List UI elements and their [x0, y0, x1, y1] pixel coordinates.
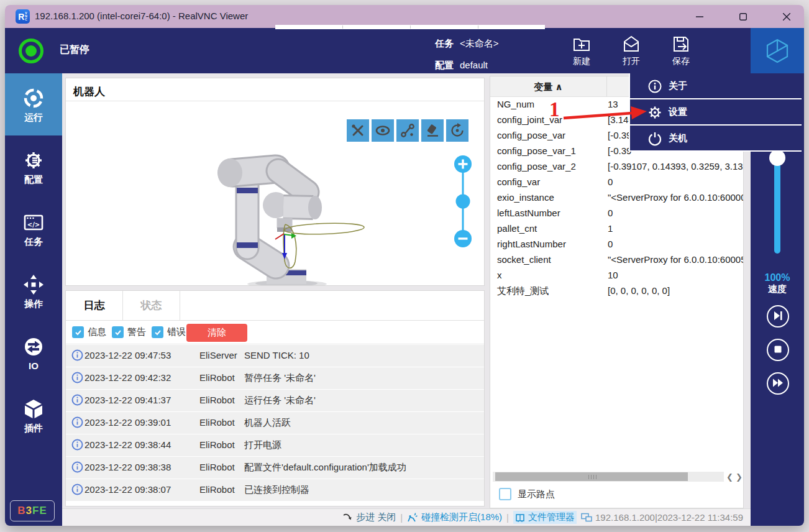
open-button[interactable]: 打开	[611, 33, 651, 70]
vnc-toolbar-strip[interactable]	[275, 25, 545, 29]
nav-item-io[interactable]: IO	[5, 322, 62, 384]
log-message: 配置文件'default.configuration'加载成功	[244, 462, 406, 474]
variable-row[interactable]: pallet_cnt 1	[490, 221, 743, 237]
filter-info[interactable]: 信息	[72, 326, 106, 338]
zoom-control	[450, 154, 476, 249]
nav-item-plugin[interactable]: 插件	[5, 384, 62, 446]
variable-name: config_pose_var_1	[497, 145, 576, 156]
clear-log-button[interactable]: 清除	[186, 324, 247, 342]
config-gear-icon	[22, 149, 45, 172]
log-entry[interactable]: 2023-12-22 09:38:38 EliRobot 配置文件'defaul…	[66, 457, 484, 479]
new-button[interactable]: 新建	[562, 33, 601, 70]
stop-button[interactable]	[767, 339, 789, 361]
tab-status[interactable]: 状态	[123, 291, 180, 321]
menu-item-settings[interactable]: 设置	[630, 99, 802, 126]
filter-warning[interactable]: 警告	[112, 326, 146, 338]
task-value: <未命名>	[460, 38, 499, 48]
checkbox-checked-icon[interactable]	[152, 326, 163, 338]
log-time: 2023-12-22 09:38:07	[85, 484, 171, 495]
variable-row[interactable]: config_var 0	[490, 175, 743, 190]
speed-slider[interactable]	[774, 155, 780, 254]
log-time: 2023-12-22 09:39:01	[85, 417, 171, 428]
scroll-right-button[interactable]: ❯	[736, 472, 743, 482]
task-code-icon: </>	[22, 211, 45, 234]
log-entry[interactable]: 2023-12-22 09:39:01 EliRobot 机器人活跃	[66, 412, 484, 434]
tools-button[interactable]	[347, 119, 369, 142]
nav-item-run[interactable]: 运行	[5, 73, 62, 135]
log-message: SEND TICK: 10	[244, 350, 309, 360]
log-entry[interactable]: 2023-12-22 09:38:07 EliRobot 已连接到控制器	[66, 479, 484, 501]
brand-logo[interactable]	[751, 28, 804, 73]
eraser-icon	[424, 122, 441, 139]
log-time: 2023-12-22 09:41:37	[85, 395, 171, 405]
log-source: EliRobot	[199, 417, 235, 428]
path-button[interactable]	[396, 119, 419, 142]
variable-row[interactable]: config_pose_var_2 [-0.39107, 0.14393, 0.…	[490, 159, 743, 175]
file-manager[interactable]: 文件管理器	[513, 511, 577, 524]
scroll-left-button[interactable]: ❮	[726, 472, 733, 482]
save-icon	[671, 34, 691, 54]
variable-row[interactable]: socket_client "<ServerProxy for 6.0.0.10…	[490, 252, 743, 268]
erase-button[interactable]	[421, 119, 444, 142]
annotation-arrow	[560, 103, 652, 127]
svg-text:</>: </>	[27, 221, 40, 228]
checkbox-checked-icon[interactable]	[72, 326, 84, 338]
variable-value: 0	[608, 239, 613, 249]
tools-icon	[349, 122, 367, 139]
info-icon	[647, 79, 662, 94]
network-icon	[581, 513, 592, 522]
menu-item-shutdown[interactable]: 关机	[630, 126, 802, 152]
fast-forward-button[interactable]	[767, 372, 789, 395]
log-entry[interactable]: 2023-12-22 09:42:32 EliRobot 暂停任务 '未命名'	[66, 367, 484, 389]
close-button[interactable]	[772, 5, 801, 28]
variable-value: 0	[608, 208, 613, 218]
annotation-number: 1	[549, 98, 560, 121]
log-list: 2023-12-22 09:47:53 EliServer SEND TICK:…	[66, 345, 484, 502]
info-circle-icon	[71, 439, 83, 452]
speed-slider-thumb[interactable]	[769, 150, 785, 166]
tab-log[interactable]: 日志	[66, 291, 123, 321]
minimize-button[interactable]	[685, 5, 714, 28]
maximize-button[interactable]	[729, 5, 757, 28]
step-icon	[342, 513, 353, 523]
variable-name: config_pose_var_2	[497, 161, 576, 172]
collision-detection[interactable]: 碰撞检测开启(18%)	[407, 511, 502, 523]
view-button[interactable]	[372, 119, 394, 142]
log-entry[interactable]: 2023-12-22 09:38:44 EliRobot 打开电源	[66, 434, 484, 456]
robot-status-icon[interactable]	[19, 39, 43, 63]
variable-name: config_pose_var	[497, 130, 565, 140]
log-source: EliRobot	[199, 395, 235, 405]
variable-row[interactable]: leftLastNumber 0	[490, 206, 743, 221]
horizontal-scrollbar[interactable]	[493, 472, 724, 482]
variable-value: [-0.39	[608, 130, 631, 140]
log-message: 打开电源	[244, 439, 281, 451]
nav-item-task[interactable]: </> 任务	[5, 198, 62, 260]
nav-item-operate[interactable]: 操作	[5, 260, 62, 322]
scrollbar-thumb[interactable]	[495, 472, 688, 481]
nav-item-config[interactable]: 配置	[5, 135, 62, 198]
log-entry[interactable]: 2023-12-22 09:41:37 EliRobot 运行任务 '未命名'	[66, 390, 484, 411]
file-manager-icon	[515, 513, 525, 523]
step-play-button[interactable]	[767, 305, 789, 328]
log-message: 暂停任务 '未命名'	[244, 372, 316, 384]
variable-value: [0, 0, 0, 0, 0, 0]	[608, 285, 670, 296]
variable-row[interactable]: x 10	[490, 268, 743, 283]
menu-item-about[interactable]: 关于	[630, 73, 802, 99]
variable-row[interactable]: exio_instance "<ServerProxy for 6.0.0.10…	[490, 190, 743, 206]
play-next-icon	[771, 309, 785, 323]
log-entry[interactable]: 2023-12-22 09:47:53 EliServer SEND TICK:…	[66, 345, 484, 367]
save-button[interactable]: 保存	[661, 33, 701, 70]
variable-name: rightLastNumber	[497, 239, 566, 249]
filter-error[interactable]: 错误	[152, 326, 186, 338]
app-toolbar: 已暂停 任务<未命名> 配置default 新建 打开	[5, 28, 804, 73]
info-circle-icon	[71, 416, 83, 430]
variable-row[interactable]: rightLastNumber 0	[490, 237, 743, 252]
rotate-button[interactable]	[446, 119, 468, 142]
step-mode[interactable]: 步进 关闭	[342, 511, 396, 523]
show-waypoints[interactable]: 显示路点	[499, 488, 555, 500]
variable-name: NG_num	[497, 99, 534, 109]
checkbox-checked-icon[interactable]	[112, 326, 124, 338]
variable-row[interactable]: 艾利特_测试 [0, 0, 0, 0, 0, 0]	[490, 283, 743, 299]
variable-value: "<ServerProxy for 6.0.0.10:60000,	[608, 192, 743, 203]
checkbox-unchecked-icon[interactable]	[499, 488, 511, 500]
